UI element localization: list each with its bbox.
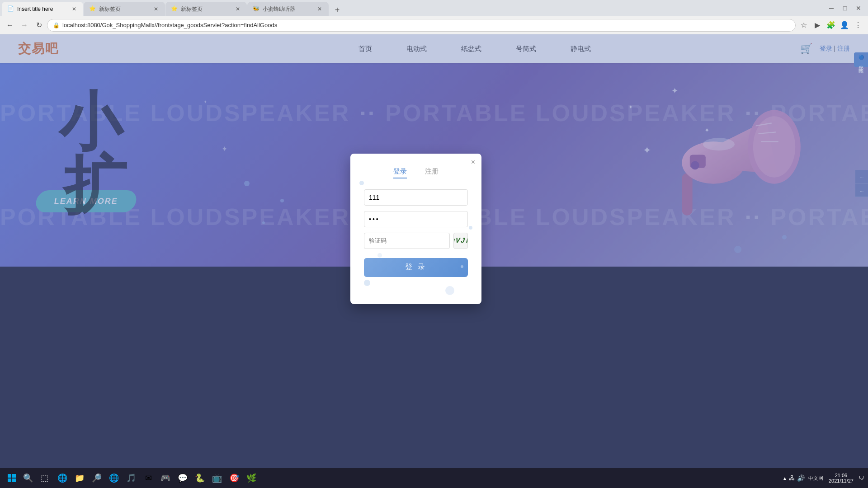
- notification-center[interactable]: 🗨: [859, 475, 864, 481]
- tray-lang[interactable]: 中文网: [808, 475, 823, 482]
- tab4-title: 小蜜蜂助听器: [263, 5, 313, 13]
- tab-insert-title[interactable]: 📄 Insert title here ✕: [2, 2, 83, 16]
- modal-tab-login[interactable]: 登录: [393, 167, 407, 178]
- close-window-button[interactable]: ✕: [853, 2, 864, 14]
- taskbar-game[interactable]: 🎮: [157, 470, 174, 486]
- svg-rect-13: [12, 479, 16, 482]
- modal-dot-3: [469, 226, 472, 230]
- address-input[interactable]: [62, 22, 790, 28]
- taskbar-app11[interactable]: 🎯: [226, 470, 242, 486]
- tab3-favicon: ⭐: [171, 5, 178, 13]
- login-button[interactable]: 登 录: [364, 258, 468, 277]
- taskbar-app9[interactable]: 🐍: [192, 470, 208, 486]
- minimize-button[interactable]: ─: [826, 2, 837, 14]
- taskbar-chat[interactable]: 💬: [175, 470, 191, 486]
- menu-button[interactable]: ⋮: [852, 19, 864, 32]
- login-modal: × 登录 注册 mVJk 登 录: [350, 154, 481, 304]
- captcha-row: mVJk: [364, 233, 468, 249]
- tray-network[interactable]: 🖧: [789, 474, 795, 482]
- new-tab-button[interactable]: +: [331, 4, 344, 16]
- taskbar-browser2[interactable]: 🌐: [106, 470, 122, 486]
- bookmark-button[interactable]: ☆: [797, 19, 810, 32]
- modal-dot-2: [364, 280, 370, 286]
- browser-chrome: 📄 Insert title here ✕ ⭐ 新标签页 ✕ ⭐ 新标签页 ✕ …: [0, 0, 868, 34]
- task-view-button[interactable]: ⬚: [36, 470, 52, 486]
- tray-volume[interactable]: 🔊: [797, 474, 805, 482]
- taskbar-search-app[interactable]: 🔎: [89, 470, 105, 486]
- back-button[interactable]: ←: [4, 19, 16, 32]
- profile-button[interactable]: 👤: [838, 19, 851, 32]
- svg-rect-11: [12, 474, 16, 478]
- modal-dot-4: [445, 286, 454, 295]
- tray-right-section: 中文网 21:06 2021/11/27 🗨: [808, 473, 864, 483]
- maximize-button[interactable]: □: [839, 2, 851, 14]
- taskbar-media[interactable]: 🎵: [123, 470, 139, 486]
- captcha-input[interactable]: [364, 233, 450, 249]
- taskbar-edge[interactable]: 🌐: [54, 470, 71, 486]
- modal-overlay: × 登录 注册 mVJk 登 录: [0, 34, 868, 468]
- tab-xiaomifeng[interactable]: 🐝 小蜜蜂助听器 ✕: [247, 2, 329, 16]
- clock-time: 21:06: [835, 473, 848, 478]
- tab-bar: 📄 Insert title here ✕ ⭐ 新标签页 ✕ ⭐ 新标签页 ✕ …: [0, 0, 868, 16]
- modal-dot-6: [377, 253, 382, 258]
- tab2-favicon: ⭐: [89, 5, 96, 13]
- modal-tab-register[interactable]: 注册: [425, 167, 439, 178]
- modal-close-button[interactable]: ×: [471, 158, 475, 166]
- tab3-title: 新标签页: [181, 5, 231, 13]
- svg-rect-12: [8, 479, 11, 482]
- stream-button[interactable]: ▶: [811, 19, 824, 32]
- modal-dot-1: [359, 181, 364, 185]
- clock-date: 2021/11/27: [829, 478, 854, 483]
- system-tray: ▲ 🖧 🔊: [783, 474, 805, 482]
- captcha-image[interactable]: mVJk: [453, 233, 468, 249]
- svg-rect-10: [8, 474, 11, 478]
- taskbar-app12[interactable]: 🌿: [243, 470, 259, 486]
- taskbar-pinned-apps: 🌐 📁 🔎 🌐 🎵 ✉ 🎮 💬 🐍 📺 🎯 🌿: [54, 470, 259, 486]
- tab3-close[interactable]: ✕: [234, 5, 241, 13]
- tab-new-1[interactable]: ⭐ 新标签页 ✕: [84, 2, 165, 16]
- tab4-favicon: 🐝: [253, 5, 260, 13]
- refresh-button[interactable]: ↻: [33, 19, 45, 32]
- username-input[interactable]: [364, 189, 468, 206]
- taskbar-right: ▲ 🖧 🔊 中文网 21:06 2021/11/27 🗨: [783, 473, 864, 483]
- windows-logo-icon: [7, 474, 16, 483]
- modal-tabs: 登录 注册: [364, 167, 468, 178]
- nav-bar: ← → ↻ 🔒 ☆ ▶ 🧩 👤 ⋮: [0, 16, 868, 34]
- tab-new-2[interactable]: ⭐ 新标签页 ✕: [165, 2, 247, 16]
- address-bar[interactable]: 🔒: [47, 19, 796, 32]
- tab2-title: 新标签页: [99, 5, 150, 13]
- taskbar-explorer[interactable]: 📁: [71, 470, 88, 486]
- forward-button[interactable]: →: [18, 19, 31, 32]
- taskbar-mail[interactable]: ✉: [140, 470, 156, 486]
- captcha-text: mVJk: [453, 237, 468, 245]
- start-button[interactable]: [4, 470, 20, 486]
- search-taskbar-button[interactable]: 🔍: [20, 470, 36, 486]
- tab1-title: Insert title here: [17, 6, 68, 12]
- tab2-close[interactable]: ✕: [152, 5, 160, 13]
- system-clock[interactable]: 21:06 2021/11/27: [829, 473, 854, 483]
- modal-dot-5: [461, 265, 463, 268]
- password-input[interactable]: [364, 211, 468, 227]
- tab1-close[interactable]: ✕: [71, 5, 78, 13]
- taskbar: 🔍 ⬚ 🌐 📁 🔎 🌐 🎵 ✉ 🎮 💬 🐍 📺 🎯 🌿 ▲ 🖧 🔊 中文网 21…: [0, 468, 868, 488]
- tray-arrow[interactable]: ▲: [783, 476, 787, 481]
- window-controls: ─ □ ✕: [826, 0, 868, 16]
- tab1-favicon: 📄: [7, 5, 14, 13]
- nav-right-icons: ☆ ▶ 🧩 👤 ⋮: [797, 19, 864, 32]
- page-content: 交易吧 首页 电动式 纸盆式 号筒式 静电式 🛒 登录 | 注册 🔵 您能上线: [0, 34, 868, 468]
- tab4-close[interactable]: ✕: [316, 5, 323, 13]
- extensions-button[interactable]: 🧩: [825, 19, 837, 32]
- taskbar-app10[interactable]: 📺: [209, 470, 225, 486]
